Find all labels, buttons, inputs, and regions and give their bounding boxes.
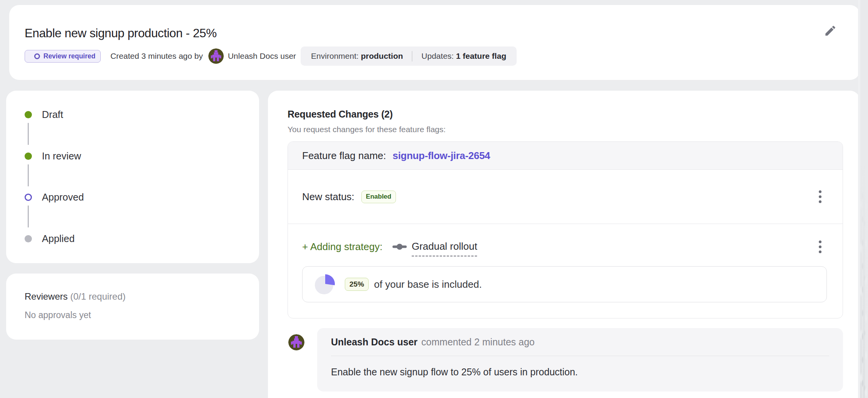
pill-divider [412, 51, 412, 61]
rollout-percentage-badge: 25% [345, 278, 369, 291]
timeline-item-draft: Draft [25, 108, 63, 121]
strategy-line: + Adding strategy: Gradual rollout [302, 240, 843, 253]
header-meta-row: Review required Created 3 minutes ago by… [25, 47, 838, 65]
timeline-label: Approved [42, 192, 84, 203]
flag-name-link[interactable]: signup-flow-jira-2654 [392, 150, 490, 162]
in-review-done-dot-icon [25, 153, 32, 160]
applied-pending-dot-icon [25, 235, 32, 242]
updates-label: Updates: [421, 51, 454, 61]
environment-label: Environment: [311, 51, 359, 61]
author-avatar [208, 48, 224, 64]
commenter-avatar [288, 334, 304, 350]
timeline-item-applied: Applied [25, 232, 75, 245]
comment-meta: commented 2 minutes ago [421, 337, 535, 348]
comment-row: Unleash Docs user commented 2 minutes ag… [288, 328, 843, 391]
requested-changes-card: Requested Changes (2) You request change… [268, 91, 860, 398]
requested-changes-heading: Requested Changes (2) [288, 108, 843, 120]
comment-text: Enable the new signup flow to 25% of use… [331, 366, 829, 378]
pencil-icon [824, 24, 837, 37]
background-texture-strip [860, 0, 868, 398]
comment-header: Unleash Docs user commented 2 minutes ag… [331, 328, 829, 356]
reviewers-card: Reviewers (0/1 required) No approvals ye… [6, 274, 259, 340]
approved-current-ring-icon [25, 194, 32, 201]
environment-summary-pill: Environment: production Updates: 1 featu… [301, 46, 517, 66]
comment-box: Unleash Docs user commented 2 minutes ag… [317, 328, 843, 391]
comment-author: Unleash Docs user [331, 337, 417, 348]
timeline-connector [28, 164, 29, 186]
adding-strategy-label: + Adding strategy: [302, 241, 382, 253]
reviewers-requirement: (0/1 required) [70, 291, 126, 302]
adding-strategy-row: + Adding strategy: Gradual rollout 25% o… [288, 224, 843, 318]
new-status-row: New status: Enabled [288, 170, 843, 224]
status-row-menu-button[interactable] [818, 191, 821, 203]
environment-value: production [361, 51, 403, 61]
draft-done-dot-icon [25, 111, 32, 118]
enabled-status-badge: Enabled [361, 191, 396, 203]
timeline-item-in-review: In review [25, 150, 81, 162]
author-name: Unleash Docs user [228, 51, 296, 61]
rollout-description: of your base is included. [374, 279, 482, 290]
change-request-timeline-card: Draft In review Approved Applied [6, 91, 259, 263]
feature-flag-header: Feature flag name: signup-flow-jira-2654 [288, 142, 843, 170]
timeline-label: In review [42, 151, 81, 162]
updates-value: 1 feature flag [456, 51, 506, 61]
no-approvals-text: No approvals yet [25, 310, 259, 320]
timeline-item-approved: Approved [25, 191, 84, 203]
avatar-pixel-art [208, 48, 224, 64]
edit-title-button[interactable] [824, 24, 837, 37]
page-title: Enable new signup production - 25% [25, 26, 838, 40]
timeline-label: Draft [42, 109, 63, 120]
review-required-label: Review required [43, 52, 95, 60]
review-status-ring-icon [34, 53, 40, 59]
reviewers-title: Reviewers (0/1 required) [25, 291, 259, 302]
created-text: Created 3 minutes ago by [110, 51, 203, 61]
flag-name-label: Feature flag name: [302, 150, 386, 162]
gradual-rollout-icon [392, 243, 407, 250]
new-status-label: New status: [302, 191, 354, 203]
pie-chart-icon [314, 274, 336, 295]
timeline-label: Applied [42, 233, 75, 244]
change-request-header-card: Enable new signup production - 25% Revie… [9, 5, 860, 80]
strategy-row-menu-button[interactable] [818, 240, 821, 253]
rollout-summary-box: 25% of your base is included. [302, 266, 827, 302]
strategy-name-link[interactable]: Gradual rollout [412, 240, 477, 257]
review-required-badge: Review required [25, 50, 101, 63]
timeline-connector [28, 123, 29, 145]
reviewers-label: Reviewers [25, 291, 68, 302]
feature-flag-change-box: Feature flag name: signup-flow-jira-2654… [288, 141, 843, 318]
avatar-pixel-art [288, 334, 304, 350]
timeline-connector [28, 206, 29, 227]
requested-changes-subheading: You request changes for these feature fl… [288, 124, 843, 134]
